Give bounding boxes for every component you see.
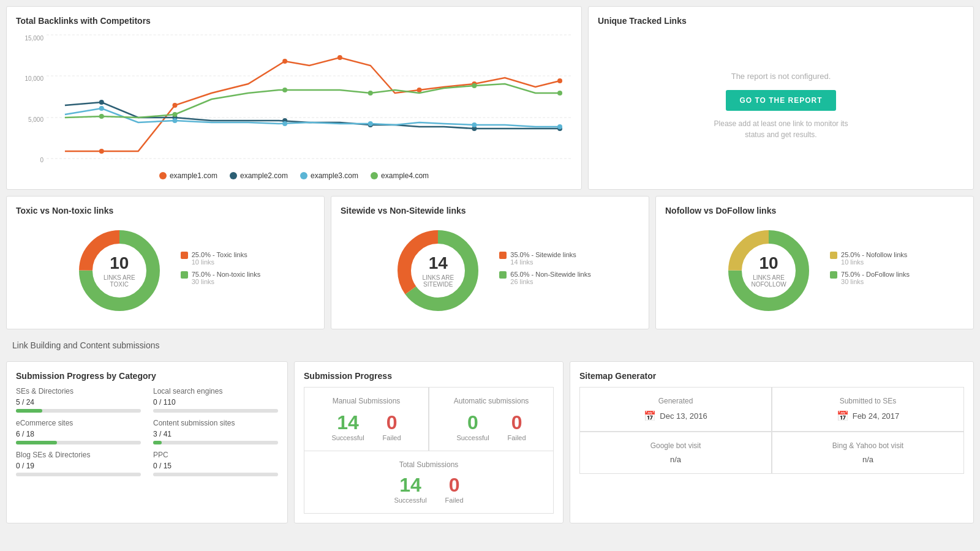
tracked-msg: The report is not configured. (731, 72, 831, 81)
cat-label-1: SEs & Directories (16, 387, 141, 395)
manual-success-group: 14 Successful (331, 411, 364, 441)
toxic-color-1 (181, 252, 188, 259)
cat-content: Content submission sites 3 / 41 (153, 419, 278, 444)
nofollow-legend: 25.0% - Nofollow links10 links 75.0% - D… (830, 251, 910, 290)
sitewide-color-2 (499, 271, 507, 279)
auto-success-group: 0 Successful (456, 411, 489, 441)
sitewide-text-1: 35.0% - Sitewide links14 links (510, 251, 576, 266)
svg-point-6 (282, 59, 287, 64)
sitewide-donut-center: 14 LINKS ARE SITEWIDE (413, 253, 462, 288)
legend-dot-example2 (230, 172, 237, 179)
svg-point-8 (417, 88, 422, 92)
cat-local-se: Local search engines 0 / 110 (153, 387, 278, 413)
svg-point-20 (368, 121, 373, 126)
sitewide-legend-item-1: 35.0% - Sitewide links14 links (499, 251, 590, 266)
cat-se-directories: SEs & Directories 5 / 24 (16, 387, 141, 413)
manual-nums: 14 Successful 0 Failed (314, 411, 419, 441)
cat-val-2: 0 / 110 (153, 398, 278, 407)
total-success-num: 14 (394, 474, 426, 497)
legend-example3: example3.com (300, 171, 358, 180)
cat-bar-fill-1 (16, 409, 42, 413)
backlinks-title: Total Backlinks with Competitors (16, 16, 572, 26)
auto-failed-num: 0 (508, 411, 526, 434)
calendar-icon-generated: 📅 (644, 410, 656, 422)
auto-failed-label: Failed (508, 434, 526, 441)
total-failed-num: 0 (445, 474, 464, 497)
sitemap-grid: Generated 📅 Dec 13, 2016 Submitted to SE… (579, 387, 964, 474)
generated-date: Dec 13, 2016 (660, 411, 707, 421)
tracked-links-panel: Unique Tracked Links The report is not c… (588, 6, 974, 190)
nofollow-donut-wrapper: 10 LINKS ARE NOFOLLOW (720, 222, 818, 320)
toxic-text-2: 75.0% - Non-toxic links30 links (192, 271, 261, 285)
cat-val-5: 0 / 19 (16, 462, 141, 470)
cat-blog-se: Blog SEs & Directories 0 / 19 (16, 451, 141, 476)
legend-dot-example3 (300, 172, 307, 179)
submission-category-title: Submission Progress by Category (16, 371, 278, 381)
total-nums: 14 Successful 0 Failed (394, 474, 463, 504)
toxic-legend-item-2: 75.0% - Non-toxic links30 links (181, 271, 261, 285)
auto-success-label: Successful (456, 434, 489, 441)
y-label-10000: 10,000 (16, 75, 43, 82)
sitewide-title: Sitewide vs Non-Sitewide links (341, 206, 639, 216)
svg-point-19 (282, 121, 287, 126)
auto-success-num: 0 (456, 411, 489, 434)
sitewide-legend-item-2: 65.0% - Non-Sitewide links26 links (499, 271, 590, 285)
google-bot-label: Google bot visit (589, 441, 762, 450)
cat-val-3: 6 / 18 (16, 430, 141, 438)
total-success-group: 14 Successful (394, 474, 426, 504)
svg-point-7 (337, 55, 342, 60)
google-bot-val: n/a (589, 455, 762, 464)
cat-bar-bg-5 (16, 473, 141, 476)
cat-val-4: 3 / 41 (153, 430, 278, 438)
cat-bar-bg-2 (153, 409, 278, 413)
y-label-5000: 5,000 (16, 116, 43, 123)
legend-example1: example1.com (159, 171, 217, 180)
cat-val-6: 0 / 15 (153, 462, 278, 470)
toxic-text-1: 25.0% - Toxic links10 links (192, 251, 247, 266)
cat-bar-bg-3 (16, 441, 141, 444)
legend-example4: example4.com (371, 171, 429, 180)
toxic-legend-item-1: 25.0% - Toxic links10 links (181, 251, 261, 266)
bing-bot-label: Bing & Yahoo bot visit (782, 441, 954, 450)
cat-label-2: Local search engines (153, 387, 278, 395)
nofollow-donut-center: 10 LINKS ARE NOFOLLOW (744, 253, 793, 288)
sitewide-color-1 (499, 252, 507, 259)
bottom-row: Submission Progress by Category SEs & Di… (6, 361, 974, 523)
svg-point-28 (557, 91, 562, 96)
go-to-report-button[interactable]: GO TO THE REPORT (726, 90, 835, 111)
cat-label-4: Content submission sites (153, 419, 278, 427)
svg-point-17 (99, 106, 104, 111)
sitewide-panel: Sitewide vs Non-Sitewide links 14 LINKS … (331, 196, 649, 329)
nofollow-panel: Nofollow vs DoFollow links 10 LINKS ARE … (655, 196, 974, 329)
manual-failed-label: Failed (383, 434, 401, 441)
nofollow-color-2 (830, 271, 837, 279)
nofollow-legend-item-2: 75.0% - DoFollow links30 links (830, 271, 910, 285)
manual-title: Manual Submissions (314, 397, 419, 405)
legend-label-example3: example3.com (311, 171, 358, 180)
cat-bar-fill-3 (16, 441, 57, 444)
sitewide-text-2: 65.0% - Non-Sitewide links26 links (510, 271, 590, 285)
cat-bar-bg-1 (16, 409, 141, 413)
legend-label-example2: example2.com (240, 171, 288, 180)
svg-point-23 (99, 114, 104, 119)
svg-point-21 (472, 122, 477, 127)
sitemap-panel: Sitemap Generator Generated 📅 Dec 13, 20… (570, 361, 974, 523)
nofollow-center-label: LINKS ARE NOFOLLOW (744, 274, 793, 288)
toxic-color-2 (181, 271, 188, 279)
legend-label-example1: example1.com (170, 171, 217, 180)
donut-row: Toxic vs Non-toxic links 10 LINKS ARE TO… (6, 196, 974, 329)
svg-point-26 (368, 91, 373, 96)
total-failed-group: 0 Failed (445, 474, 464, 504)
submission-progress-panel: Submission Progress Manual Submissions 1… (294, 361, 564, 523)
svg-point-5 (173, 103, 178, 108)
bing-bot-val: n/a (782, 455, 954, 464)
cat-bar-bg-4 (153, 441, 278, 444)
google-bot-cell: Google bot visit n/a (579, 432, 772, 474)
generated-label: Generated (589, 397, 762, 405)
sitewide-center-num: 14 (413, 253, 462, 273)
auto-nums: 0 Successful 0 Failed (439, 411, 544, 441)
sitemap-title: Sitemap Generator (579, 371, 964, 381)
auto-title: Automatic submissions (439, 397, 544, 405)
manual-success-num: 14 (331, 411, 364, 434)
toxic-donut-wrapper: 10 LINKS ARE TOXIC (70, 222, 168, 320)
